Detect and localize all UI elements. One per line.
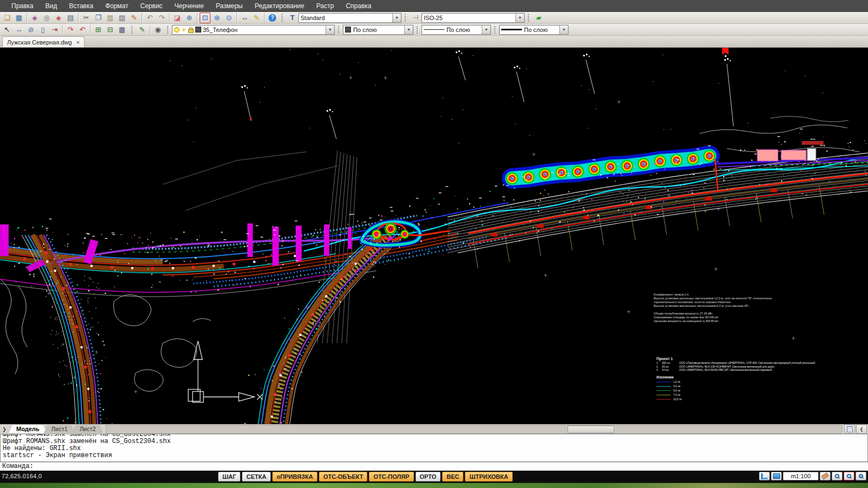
toolbar-drag-handle[interactable] [405, 14, 407, 22]
chevron-down-icon[interactable]: ▼ [392, 14, 401, 22]
chevron-down-icon[interactable]: ▼ [482, 25, 490, 34]
layer-lock-icon[interactable] [188, 29, 194, 33]
chevron-down-icon[interactable]: ▼ [515, 14, 524, 22]
menu-0[interactable]: Правка [5, 0, 40, 12]
cut-icon[interactable]: ✂ [81, 12, 92, 23]
print-preview-icon[interactable]: ◎ [41, 12, 52, 23]
status-toggle-0[interactable]: ШАГ [218, 472, 240, 481]
status-toggle-1[interactable]: СЕТКА [242, 472, 271, 481]
dim-style-combo[interactable]: ISO-25 ▼ [422, 13, 525, 23]
text-style-combo[interactable]: Standard ▼ [298, 13, 401, 23]
viewport-icon[interactable]: ▯ [37, 24, 48, 35]
color-value: По слою [353, 27, 377, 33]
text-style-icon[interactable]: T [287, 12, 298, 23]
scale-field[interactable]: m1:100 [783, 472, 819, 480]
zoom-in-button[interactable] [832, 472, 843, 480]
palette-icon[interactable]: ▰ [533, 12, 544, 23]
find-icon[interactable]: ◉ [152, 24, 163, 35]
move-point-icon[interactable]: ⇥ [49, 24, 60, 35]
status-toggle-6[interactable]: ВЕС [442, 472, 463, 481]
display-mode-button[interactable] [771, 472, 782, 480]
lineweight-combo[interactable]: По слою ▼ [499, 25, 569, 35]
drawing-canvas[interactable]: Коэффициент запаса 1,4.Высота установки … [0, 48, 868, 424]
new-icon[interactable]: ❏ [2, 12, 12, 23]
toolbar-drag-handle[interactable] [417, 26, 419, 34]
undo-icon[interactable]: ↶ [144, 12, 155, 23]
menu-7[interactable]: Редактирование [249, 0, 310, 12]
linetype-combo[interactable]: По слою ▼ [422, 25, 491, 35]
arc-edit2-icon[interactable]: ↶ [77, 24, 88, 35]
paste-icon[interactable]: ▥ [105, 12, 116, 23]
toolbar-drag-handle[interactable] [494, 26, 497, 34]
layout-tab-1[interactable]: Лист1 [44, 425, 75, 433]
close-icon[interactable]: × [76, 39, 79, 46]
toolbar-drag-handle[interactable] [528, 14, 531, 22]
erase-icon[interactable]: ◪ [172, 12, 183, 23]
toolbar-drag-handle[interactable] [131, 26, 134, 34]
menu-9[interactable]: Справка [340, 0, 377, 12]
ucs-toggle-button[interactable] [759, 472, 770, 480]
menu-3[interactable]: Формат [99, 0, 135, 12]
status-toggle-3[interactable]: ОТС-ОБЪЕКТ [319, 472, 368, 481]
redo-icon[interactable]: ↷ [156, 12, 167, 23]
copy-icon[interactable]: ❐ [93, 12, 104, 23]
command-input[interactable]: Команда: [0, 462, 868, 471]
zoom-window-button[interactable] [844, 472, 854, 480]
menu-1[interactable]: Вид [40, 0, 63, 12]
format-painter-icon[interactable]: ✎ [129, 12, 139, 23]
status-toggle-4[interactable]: ОТС-ПОЛЯР [369, 472, 413, 481]
horizontal-scrollbar[interactable] [106, 425, 842, 434]
table-export-icon[interactable]: ⊟ [105, 24, 116, 35]
zoom-dynamic-icon[interactable]: ⊛ [212, 12, 222, 23]
table-icon[interactable]: ▦ [117, 24, 127, 35]
quick-dimension-icon[interactable]: ✎ [251, 12, 262, 23]
menu-8[interactable]: Растр [310, 0, 340, 12]
print-icon[interactable]: ▤ [65, 12, 76, 23]
scroll-left-button[interactable]: ❮ [856, 425, 867, 434]
chevron-down-icon[interactable]: ▼ [559, 25, 568, 34]
menu-6[interactable]: Размеры [210, 0, 249, 12]
measure-distance-icon[interactable]: ↔ [239, 12, 250, 23]
scrollbar-thumb[interactable] [567, 426, 614, 433]
toolbar-drag-handle[interactable] [282, 14, 284, 22]
select-arrow-icon[interactable]: ↖ [2, 24, 12, 35]
status-toggle-7[interactable]: ШТРИХОВКА [465, 472, 512, 481]
chevron-down-icon[interactable]: ▼ [404, 25, 413, 34]
chevron-down-icon[interactable]: ▼ [326, 25, 334, 34]
document-tab[interactable]: Лужская Северная.dwg × [2, 36, 85, 47]
current-color-swatch [345, 27, 351, 33]
offset-icon[interactable]: ⊘ [25, 24, 36, 35]
table-import-icon[interactable]: ⊞ [93, 24, 104, 35]
layout-tabs-scroll-icon[interactable]: ❯ [0, 427, 9, 432]
measure-icon[interactable]: ↔ [14, 24, 24, 35]
status-toggle-5[interactable]: ОРТО [416, 472, 441, 481]
zoom-out-button[interactable] [856, 472, 866, 480]
dim-style-icon[interactable]: ⊣ [410, 12, 421, 23]
zoom-window-icon[interactable]: ⊡ [200, 12, 210, 23]
notes-edit-icon[interactable]: ✎ [137, 24, 148, 35]
layer-on-icon[interactable] [174, 27, 180, 33]
paste-special-icon[interactable]: ▧ [117, 12, 127, 23]
status-toggle-2[interactable]: оПРИВЯЗКА [272, 472, 317, 481]
layout-tab-0[interactable]: Модель [9, 425, 47, 433]
menu-4[interactable]: Сервис [135, 0, 169, 12]
annotation-line [654, 308, 772, 312]
layer-combo[interactable]: ☀ 35_Телефон ▼ [172, 25, 335, 35]
plot-stamp-icon[interactable]: ◈ [29, 12, 40, 23]
save-icon[interactable]: ▦ [14, 12, 24, 23]
menu-5[interactable]: Черчение [169, 0, 210, 12]
help-icon[interactable]: ? [267, 12, 278, 23]
pages-button[interactable] [844, 425, 855, 434]
arc-edit-icon[interactable]: ↷ [65, 24, 76, 35]
plot-settings-icon[interactable]: ◈ [53, 12, 64, 23]
layer-freeze-icon[interactable]: ☀ [181, 27, 187, 33]
pan-button[interactable] [820, 472, 831, 480]
toolbar-drag-handle[interactable] [167, 26, 170, 34]
pan-icon[interactable]: ⊕ [184, 12, 195, 23]
zoom-previous-icon[interactable]: ⊙ [224, 12, 234, 23]
toolbar-drag-handle[interactable] [338, 26, 341, 34]
layout-tab-2[interactable]: Лист2 [72, 425, 104, 433]
color-combo[interactable]: По слою ▼ [343, 25, 413, 35]
menu-2[interactable]: Вставка [63, 0, 99, 12]
command-history[interactable]: Шрифт ROMANS.shx заменён на CS_Gost2304.… [0, 434, 868, 462]
